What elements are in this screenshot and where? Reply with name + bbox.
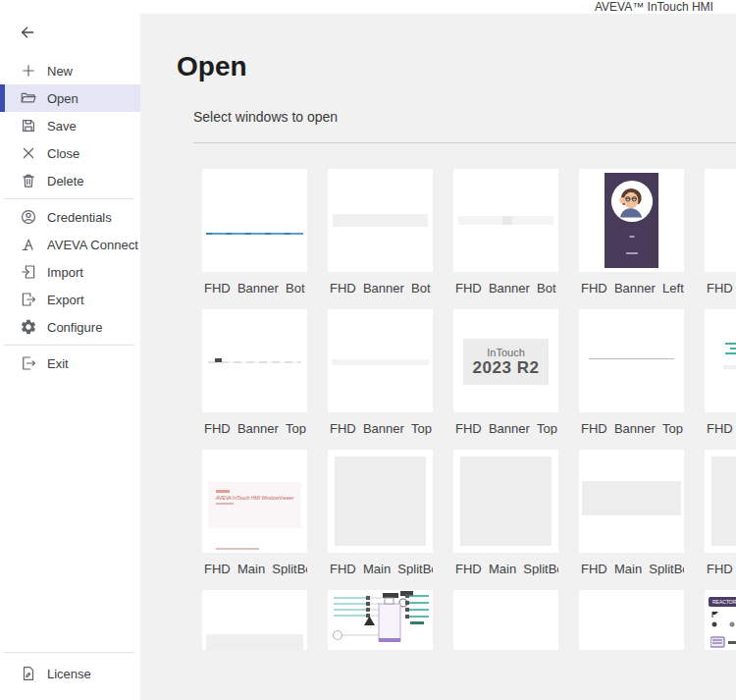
window-tile: FHD_I (705, 309, 736, 435)
window-thumbnail[interactable] (202, 590, 307, 650)
folder-open-icon (20, 89, 37, 107)
sidebar-item-label: Import (47, 265, 83, 280)
window-tile: FHD_Banner_Top_… (202, 309, 307, 435)
window-tile (453, 590, 558, 650)
window-thumbnail[interactable] (202, 309, 307, 412)
window-tile-label: FHD_Banner_Top_… (202, 421, 307, 435)
windows-grid: FHD_Banner_Bot_A…FHD_Banner_Bot_C…FHD_Ba… (202, 169, 736, 650)
window-tile: FHD_Main_SplitBot … (453, 450, 558, 575)
window-tile: FHD_Main_SplitBot … (579, 450, 684, 575)
save-icon (20, 117, 37, 135)
window-thumbnail[interactable] (453, 590, 558, 650)
sidebar-item-license[interactable]: License (0, 660, 140, 687)
window-tile: InTouch2023 R2FHD_Banner_Top_… (453, 309, 558, 435)
aveva-a-icon (20, 236, 37, 253)
sidebar-item-import[interactable]: Import (0, 258, 140, 286)
export-icon (20, 291, 37, 308)
sidebar-item-label: Export (47, 293, 84, 307)
sidebar-item-close[interactable]: Close (0, 139, 140, 167)
sidebar-item-exit[interactable]: Exit (0, 350, 140, 377)
window-tile: FHD_Main_SplitBot … (328, 450, 433, 575)
window-thumbnail[interactable] (328, 450, 433, 553)
purple-banner (605, 173, 658, 268)
sidebar-item-open[interactable]: Open (0, 84, 140, 112)
sidebar-item-label: Configure (47, 320, 102, 335)
window-thumbnail[interactable] (453, 169, 558, 272)
avatar (610, 180, 654, 223)
window-tile-label: FHD_ (705, 281, 736, 295)
window-thumbnail[interactable] (579, 450, 684, 553)
exit-icon (20, 354, 37, 372)
window-tile: FHD_Banner_Top_P… (579, 309, 684, 435)
sidebar-item-delete[interactable]: Delete (0, 167, 140, 194)
reactor-title-bar: REACTOR EX (709, 597, 736, 607)
window-thumbnail[interactable] (705, 169, 736, 272)
window-tile (202, 590, 307, 650)
sidebar-divider (4, 652, 134, 653)
window-tile: REACTOR EX (705, 590, 736, 650)
sidebar-item-label: Save (47, 119, 77, 134)
window-thumbnail[interactable]: AVEVA InTouch HMI WindowViewer (202, 450, 307, 553)
sidebar-item-label: Delete (47, 174, 84, 188)
window-tile: FHD_Banner_Top_… (328, 309, 433, 435)
window-tile-label: FHD_I (705, 421, 736, 435)
window-tile: FHD_Banner_Bot_C… (453, 169, 558, 295)
window-tile-label: FHD_Main_SplitBot … (328, 562, 433, 575)
sidebar-item-label: License (47, 667, 91, 681)
sidebar-bottom: License (0, 648, 140, 700)
window-tile (328, 590, 433, 650)
sidebar-item-export[interactable]: Export (0, 286, 140, 313)
gear-icon (20, 318, 37, 336)
intouch-logo: InTouch2023 R2 (463, 339, 549, 384)
page-subtitle: Select windows to open (193, 109, 338, 125)
sidebar-item-label: Credentials (47, 210, 112, 225)
sidebar-item-aveva-connect[interactable]: AVEVA Connect (0, 231, 140, 258)
window-tile: AVEVA InTouch HMI WindowViewerFHD_Main_S… (202, 450, 307, 575)
window-tile-label: FHD_Banner_Top_… (453, 421, 558, 435)
page-title: Open (177, 51, 247, 82)
back-arrow-icon (19, 27, 36, 44)
window-thumbnail[interactable] (453, 450, 558, 553)
sidebar-item-configure[interactable]: Configure (0, 313, 140, 341)
list-glyph (725, 343, 736, 345)
sidebar: NewOpenSaveCloseDeleteCredentialsAVEVA C… (0, 0, 140, 700)
sidebar-menu: NewOpenSaveCloseDeleteCredentialsAVEVA C… (0, 57, 140, 377)
window-thumbnail[interactable] (328, 169, 433, 272)
splash-panel: AVEVA InTouch HMI WindowViewer (208, 482, 301, 528)
window-thumbnail[interactable] (705, 450, 736, 553)
close-icon (20, 144, 37, 162)
window-tile-label: FHD_Main_SplitBot … (453, 562, 558, 575)
window-thumbnail[interactable] (705, 309, 736, 412)
window-tile-label: FHD_Banner_Left_… (579, 281, 684, 295)
window-thumbnail[interactable] (579, 309, 684, 412)
window-tile-label: FHD_Banner_Bot_C… (328, 281, 433, 295)
banner-band (333, 214, 428, 227)
plus-icon (20, 62, 37, 80)
sidebar-item-save[interactable]: Save (0, 112, 140, 139)
back-button[interactable] (19, 24, 38, 43)
sidebar-item-label: AVEVA Connect (47, 238, 138, 252)
sidebar-item-new[interactable]: New (0, 57, 140, 84)
sidebar-item-label: Open (47, 91, 79, 106)
window-thumbnail[interactable] (579, 590, 684, 650)
process-diagram (328, 590, 433, 650)
person-circle-icon (20, 208, 37, 226)
window-thumbnail[interactable]: REACTOR EX (705, 590, 736, 650)
window-tile-label: FHD_Main_SplitBot … (202, 562, 307, 575)
window-tile-label: FHD_I (705, 562, 736, 575)
window-thumbnail[interactable] (328, 590, 433, 650)
window-tile: FHD_Banner_Bot_A… (202, 169, 307, 295)
section-divider (193, 142, 736, 143)
window-tile: FHD_Banner_Left_… (579, 169, 684, 295)
window-thumbnail[interactable] (579, 169, 684, 272)
window-thumbnail[interactable] (328, 309, 433, 412)
sidebar-item-credentials[interactable]: Credentials (0, 203, 140, 231)
window-thumbnail[interactable]: InTouch2023 R2 (453, 309, 558, 412)
window-thumbnail[interactable] (202, 169, 307, 272)
window-tile-label: FHD_Banner_Top_… (328, 421, 433, 435)
trash-icon (20, 172, 37, 189)
sidebar-item-label: Exit (47, 356, 69, 371)
window-tile-label: FHD_Banner_Top_P… (579, 421, 684, 435)
window-tile-label: FHD_Banner_Bot_C… (453, 281, 558, 295)
window-tile: FHD_Banner_Bot_C… (328, 169, 433, 295)
